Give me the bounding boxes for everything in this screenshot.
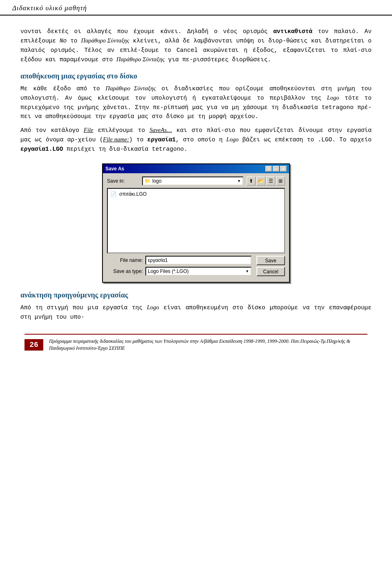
- header-title: Διδακτικό υλικό μαθητή: [12, 4, 87, 12]
- savetype-arrow: ▼: [245, 269, 249, 273]
- save-in-row: Save in: 📁 logo ▼ ⬆ 📂 ☰ ⊞: [107, 177, 285, 185]
- dialog-minimize-button[interactable]: —: [273, 166, 279, 172]
- save-button[interactable]: Save: [256, 256, 285, 265]
- dialog-controls: ? — ✕: [265, 166, 287, 172]
- main-content: νονται δεκτές οι αλλαγές που έχουμε κάνε…: [0, 16, 392, 334]
- save-in-folder-icon: 📁: [145, 178, 151, 184]
- section1-para2: Από τον κατάλογο File επιλέγουμε το Save…: [20, 125, 372, 154]
- intro-paragraph: νονται δεκτές οι αλλαγές που έχουμε κάνε…: [20, 27, 372, 65]
- savetype-value: Logo Files (*.LGO): [148, 268, 189, 274]
- save-in-label: Save in:: [107, 178, 140, 184]
- cancel-button[interactable]: Cancel: [256, 267, 285, 276]
- file-list-area: 📄 σπιτάκι.LGO: [107, 188, 285, 253]
- dialog-wrapper: Save As ? — ✕ Save in: 📁: [20, 163, 372, 283]
- list-view-button[interactable]: ☰: [266, 177, 275, 185]
- save-in-arrow: ▼: [237, 179, 241, 183]
- toolbar-icons: ⬆ 📂 ☰ ⊞: [247, 177, 285, 185]
- save-in-select[interactable]: 📁 logo ▼: [142, 177, 243, 185]
- file-item-name: σπιτάκι.LGO: [119, 191, 147, 197]
- filename-input[interactable]: [145, 256, 252, 265]
- cancel-button-label: Cancel: [263, 269, 278, 275]
- page-number: 26: [24, 339, 43, 351]
- save-button-label: Save: [265, 258, 276, 264]
- footer-container: 26 Πρόγραμμα πειραματικής διδασκαλίας το…: [0, 334, 392, 356]
- section1-para1: Με κάθε έξοδο από το Παράθυρο Σύνταξης ο…: [20, 84, 372, 121]
- save-in-value: logo: [152, 178, 237, 184]
- page: Διδακτικό υλικό μαθητή νονται δεκτές οι …: [0, 0, 392, 581]
- dialog-help-button[interactable]: ?: [265, 166, 272, 172]
- filename-row: File name:: [107, 256, 252, 265]
- section2-heading: ανάκτηση προηγούμενης εργασίας: [20, 291, 372, 299]
- savetype-label: Save as type:: [107, 268, 143, 274]
- dialog-fields: File name: Save as type: Logo Files (*.L…: [107, 256, 252, 278]
- create-folder-button[interactable]: 📂: [256, 177, 265, 185]
- save-in-control: 📁 logo ▼ ⬆ 📂 ☰ ⊞: [142, 177, 285, 185]
- dialog-action-buttons: Save Cancel: [256, 256, 285, 276]
- dialog-close-button[interactable]: ✕: [280, 166, 287, 172]
- dialog-body: Save in: 📁 logo ▼ ⬆ 📂 ☰ ⊞: [103, 173, 289, 282]
- header: Διδακτικό υλικό μαθητή: [0, 0, 392, 16]
- dialog-title: Save As: [105, 166, 124, 172]
- list-item: 📄 σπιτάκι.LGO: [109, 190, 283, 198]
- details-view-button[interactable]: ⊞: [276, 177, 285, 185]
- section1-heading: αποθήκευση μιας εργασίας στο δίσκο: [20, 72, 372, 80]
- up-folder-button[interactable]: ⬆: [247, 177, 256, 185]
- file-icon: 📄: [110, 191, 117, 197]
- dialog-titlebar: Save As ? — ✕: [103, 164, 289, 173]
- filename-label: File name:: [107, 257, 143, 263]
- dialog-fields-buttons: File name: Save as type: Logo Files (*.L…: [107, 256, 285, 278]
- footer: 26 Πρόγραμμα πειραματικής διδασκαλίας το…: [24, 334, 368, 352]
- savetype-row: Save as type: Logo Files (*.LGO) ▼: [107, 267, 252, 276]
- save-as-dialog: Save As ? — ✕ Save in: 📁: [102, 163, 290, 283]
- footer-text: Πρόγραμμα πειραματικής διδασκαλίας του μ…: [49, 338, 368, 352]
- section2-para: Από τη στιγμή που μια εργασία της Logo ε…: [20, 303, 372, 322]
- savetype-select[interactable]: Logo Files (*.LGO) ▼: [145, 267, 252, 276]
